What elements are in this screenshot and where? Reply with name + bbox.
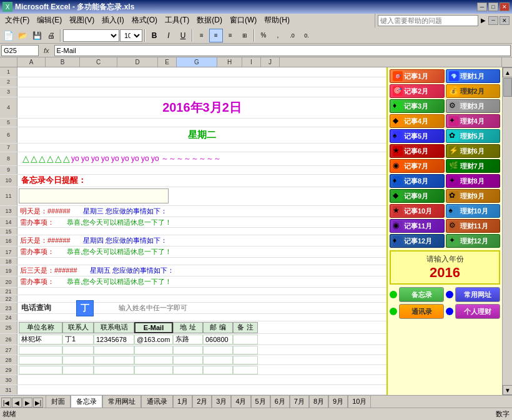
col-header-C[interactable]: C	[80, 57, 117, 67]
memo-9-button[interactable]: ◆ 记事9月	[390, 189, 445, 203]
merge-button[interactable]: ⊞	[238, 29, 252, 42]
finance-1-button[interactable]: 💎 理财1月	[446, 69, 501, 83]
tab-sep[interactable]: 9月	[328, 395, 348, 408]
increase-decimal-button[interactable]: .0	[285, 29, 299, 42]
italic-button[interactable]: I	[162, 29, 175, 42]
minimize-button[interactable]: ─	[477, 2, 487, 11]
tab-memo[interactable]: 备忘录	[71, 395, 102, 408]
col-header-B[interactable]: B	[46, 57, 80, 67]
menu-tools[interactable]: 工具(T)	[161, 14, 193, 27]
tab-prev-button[interactable]: ◀	[12, 398, 22, 408]
menu-help[interactable]: 帮助(H)	[260, 14, 293, 27]
memo-12-button[interactable]: ♦ 记事12月	[390, 234, 445, 248]
open-button[interactable]: 📂	[16, 29, 29, 42]
tab-aug[interactable]: 8月	[309, 395, 328, 408]
col-header-A[interactable]: A	[17, 57, 46, 67]
bold-button[interactable]: B	[147, 29, 161, 42]
row-num-19: 19	[0, 265, 17, 276]
percent-button[interactable]: %	[257, 29, 270, 42]
finance-10-button[interactable]: ♠ 理财10月	[446, 204, 501, 218]
finance-7-button[interactable]: 🌿 理财7月	[446, 159, 501, 173]
col-header-H[interactable]: H	[217, 57, 242, 67]
reminder-input-cell[interactable]	[17, 187, 386, 205]
memo-1-button[interactable]: 🎯 记事1月	[390, 69, 445, 83]
finance-6-button[interactable]: ⚡ 理财6月	[446, 144, 501, 158]
font-size-selector[interactable]: 10.5	[120, 29, 142, 42]
finance-3-button[interactable]: ⚙ 理财3月	[446, 99, 501, 113]
help-min-btn[interactable]: ─	[488, 16, 498, 25]
memo-3-button[interactable]: ♦ 记事3月	[390, 99, 445, 113]
menu-insert[interactable]: 插入(I)	[98, 14, 127, 27]
col-header-E[interactable]: E	[158, 57, 177, 67]
align-right-button[interactable]: ≡	[224, 29, 237, 42]
finance-12-button[interactable]: ✦ 理财12月	[446, 234, 501, 248]
row-num-27: 27	[0, 345, 17, 354]
scroll-thumb[interactable]	[503, 78, 512, 97]
col-header-G-selected[interactable]: G	[177, 57, 217, 67]
finance-8-button[interactable]: ✦ 理财8月	[446, 174, 501, 188]
memo-8-button[interactable]: ♦ 记事8月	[390, 174, 445, 188]
close-button[interactable]: ✕	[500, 2, 510, 11]
col-header-J[interactable]: J	[261, 57, 280, 67]
align-center-button[interactable]: ≡	[209, 29, 223, 42]
menu-window[interactable]: 窗口(W)	[226, 14, 260, 27]
th-contact: 联系人	[62, 322, 94, 333]
col-header-D[interactable]: D	[117, 57, 158, 67]
memo-main-button[interactable]: 备忘录	[399, 287, 444, 302]
cell-reference[interactable]: G25	[1, 45, 39, 56]
help-arrow-icon[interactable]: ▶	[481, 17, 486, 24]
menu-view[interactable]: 视图(V)	[66, 14, 98, 27]
tab-cover[interactable]: 封面	[46, 395, 71, 408]
vertical-scrollbar[interactable]: ▲ ▼	[502, 67, 512, 395]
save-button[interactable]: 💾	[30, 29, 44, 42]
finance-5-button[interactable]: ✿ 理财5月	[446, 129, 501, 143]
website-button[interactable]: 常用网址	[455, 287, 500, 302]
underline-button[interactable]: U	[176, 29, 190, 42]
finance-4-button[interactable]: ✦ 理财4月	[446, 114, 501, 128]
year-section: 请输入年份 2016	[390, 250, 500, 285]
tab-apr[interactable]: 4月	[231, 395, 250, 408]
tab-last-button[interactable]: ▶|	[33, 398, 43, 408]
tab-may[interactable]: 5月	[251, 395, 270, 408]
scroll-up-button[interactable]: ▲	[503, 67, 512, 77]
menu-file[interactable]: 文件(F)	[1, 14, 33, 27]
formula-input[interactable]: E-Mail	[54, 45, 511, 56]
menu-format[interactable]: 格式(O)	[128, 14, 161, 27]
maximize-button[interactable]: □	[488, 2, 498, 11]
tab-feb[interactable]: 2月	[192, 395, 212, 408]
tab-first-button[interactable]: |◀	[1, 398, 11, 408]
tab-jun[interactable]: 6月	[270, 395, 290, 408]
tab-contacts[interactable]: 通讯录	[141, 395, 173, 408]
tab-next-button[interactable]: ▶	[22, 398, 32, 408]
memo-7-button[interactable]: ◉ 记事7月	[390, 159, 445, 173]
menu-data[interactable]: 数据(D)	[193, 14, 226, 27]
memo-10-button[interactable]: ★ 记事10月	[390, 204, 445, 218]
memo-4-button[interactable]: ◆ 记事4月	[390, 114, 445, 128]
help-search-input[interactable]	[378, 15, 478, 26]
tab-oct[interactable]: 10月	[348, 395, 371, 408]
reminder-input-box[interactable]	[19, 188, 169, 203]
font-selector[interactable]: 微软雅黑	[63, 29, 119, 42]
menu-edit[interactable]: 编辑(E)	[33, 14, 66, 27]
memo-6-button[interactable]: ★ 记事6月	[390, 144, 445, 158]
tab-mar[interactable]: 3月	[212, 395, 231, 408]
tab-website[interactable]: 常用网址	[102, 395, 141, 408]
tab-jul[interactable]: 7月	[290, 395, 309, 408]
finance-2-button[interactable]: 💰 理财2月	[446, 84, 501, 98]
comma-button[interactable]: ,	[271, 29, 285, 42]
finance-9-button[interactable]: ✿ 理财9月	[446, 189, 501, 203]
scroll-down-button[interactable]: ▼	[503, 385, 512, 395]
new-button[interactable]: 📄	[1, 29, 15, 42]
help-close-btn[interactable]: ✕	[500, 16, 510, 25]
col-header-I[interactable]: I	[242, 57, 261, 67]
personal-finance-button[interactable]: 个人理财	[455, 304, 500, 319]
align-left-button[interactable]: ≡	[195, 29, 209, 42]
contacts-button[interactable]: 通讯录	[399, 304, 444, 319]
print-button[interactable]: 🖨	[44, 29, 58, 42]
memo-11-button[interactable]: ◉ 记事11月	[390, 219, 445, 233]
decrease-decimal-button[interactable]: 0.	[300, 29, 313, 42]
finance-11-button[interactable]: ⚙ 理财11月	[446, 219, 501, 233]
memo-5-button[interactable]: ♠ 记事5月	[390, 129, 445, 143]
memo-2-button[interactable]: 🎯 记事2月	[390, 84, 445, 98]
tab-jan[interactable]: 1月	[173, 395, 192, 408]
